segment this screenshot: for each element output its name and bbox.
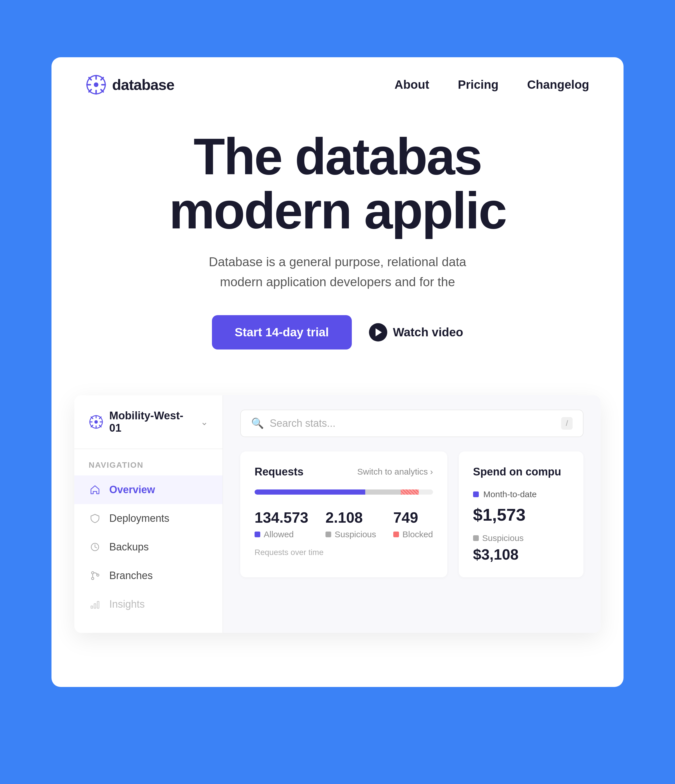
svg-line-5 [89, 78, 91, 80]
spend-month-legend: Month-to-date [473, 490, 569, 499]
sidebar-item-deployments[interactable]: Deployments [74, 504, 222, 533]
sidebar-item-insights-label: Insights [109, 598, 145, 610]
svg-line-6 [101, 90, 103, 92]
branches-icon [88, 569, 101, 582]
search-icon: 🔍 [251, 417, 264, 429]
svg-rect-27 [97, 601, 99, 608]
suspicious-dot [326, 532, 331, 537]
stat-blocked-label: Blocked [402, 529, 433, 539]
hero-section: The databas modern applic Database is a … [51, 106, 624, 378]
stat-allowed-value: 134.573 [254, 509, 308, 526]
svg-point-22 [92, 577, 94, 580]
spend-card-title: Spend on compu [473, 466, 561, 478]
sidebar-item-deployments-label: Deployments [109, 512, 169, 524]
spend-month-label: Month-to-date [483, 490, 537, 499]
db-selector-name: Mobility-West-01 [109, 410, 195, 434]
spend-card: Spend on compu Month-to-date $1,573 Susp… [459, 451, 583, 577]
sidebar-item-insights[interactable]: Insights [74, 590, 222, 619]
sidebar-item-overview[interactable]: Overview [74, 476, 222, 504]
nav-links: About Pricing Changelog [394, 78, 589, 92]
stat-suspicious-label: Suspicious [335, 529, 376, 539]
logo-text: database [112, 76, 174, 93]
requests-card: Requests Switch to analytics › [240, 451, 447, 577]
allowed-dot [254, 532, 260, 537]
svg-point-19 [95, 420, 98, 424]
svg-line-7 [101, 78, 103, 80]
requests-card-title: Requests [254, 466, 303, 478]
sidebar-item-branches[interactable]: Branches [74, 561, 222, 590]
stat-allowed: 134.573 Allowed [254, 509, 308, 539]
requests-card-footer: Requests over time [254, 548, 433, 557]
spend-month-dot [473, 492, 479, 497]
nav-link-about[interactable]: About [394, 78, 429, 92]
db-selector-arrow-icon: ⌄ [200, 417, 208, 427]
spend-suspicious-dot [473, 535, 479, 541]
sidebar-item-backups[interactable]: Backups [74, 533, 222, 561]
stat-blocked-value: 749 [393, 509, 433, 526]
watch-video-button[interactable]: Watch video [369, 323, 463, 341]
requests-stats-row: 134.573 Allowed 2.108 Suspici [254, 509, 433, 539]
stat-suspicious-value: 2.108 [326, 509, 376, 526]
insights-icon [88, 598, 101, 611]
svg-rect-26 [94, 604, 96, 608]
search-bar[interactable]: 🔍 Search stats... / [240, 410, 583, 437]
db-selector-logo-icon [88, 414, 104, 429]
stat-blocked: 749 Blocked [393, 509, 433, 539]
progress-allowed [254, 490, 365, 495]
app-section: Mobility-West-01 ⌄ NAVIGATION Overview [74, 395, 601, 633]
stat-suspicious: 2.108 Suspicious [326, 509, 376, 539]
deployments-icon [88, 512, 101, 525]
spend-month-amount: $1,573 [473, 505, 569, 525]
play-triangle-icon [376, 328, 382, 336]
sidebar-item-overview-label: Overview [109, 484, 155, 496]
progress-blocked [401, 490, 419, 495]
svg-point-21 [92, 572, 94, 574]
play-circle-icon [369, 323, 387, 341]
hero-title: The databas modern applic [86, 129, 589, 238]
requests-card-header: Requests Switch to analytics › [254, 466, 433, 478]
trial-button[interactable]: Start 14-day trial [212, 315, 352, 350]
svg-point-9 [94, 82, 98, 87]
svg-rect-25 [91, 606, 93, 608]
main-content: 🔍 Search stats... / Requests Switch to a… [223, 395, 601, 633]
hero-actions: Start 14-day trial Watch video [86, 315, 589, 350]
svg-line-8 [89, 90, 91, 92]
progress-suspicious [365, 490, 401, 495]
navbar: database About Pricing Changelog [51, 57, 624, 106]
nav-link-changelog[interactable]: Changelog [527, 78, 589, 92]
hero-subtitle: Database is a general purpose, relationa… [86, 252, 589, 292]
search-input[interactable]: Search stats... [270, 417, 556, 429]
spend-suspicious-amount: $3,108 [473, 546, 569, 563]
blocked-dot [393, 532, 399, 537]
main-card: database About Pricing Changelog The dat… [51, 57, 624, 687]
db-selector[interactable]: Mobility-West-01 ⌄ [74, 410, 222, 449]
stat-allowed-label: Allowed [264, 529, 294, 539]
cards-row: Requests Switch to analytics › [240, 451, 583, 577]
spend-card-header: Spend on compu [473, 466, 569, 478]
home-icon [88, 484, 101, 496]
sidebar-item-branches-label: Branches [109, 569, 153, 582]
search-shortcut-badge: / [561, 417, 573, 429]
spend-suspicious-row: Suspicious [473, 533, 569, 543]
nav-link-pricing[interactable]: Pricing [458, 78, 498, 92]
logo-area: database [86, 75, 174, 95]
requests-progress-bar [254, 490, 433, 495]
sidebar: Mobility-West-01 ⌄ NAVIGATION Overview [74, 395, 223, 633]
sidebar-item-backups-label: Backups [109, 541, 149, 553]
switch-to-analytics-button[interactable]: Switch to analytics › [357, 467, 433, 477]
backups-icon [88, 541, 101, 553]
logo-icon [86, 75, 106, 95]
nav-section-label: NAVIGATION [74, 449, 222, 476]
